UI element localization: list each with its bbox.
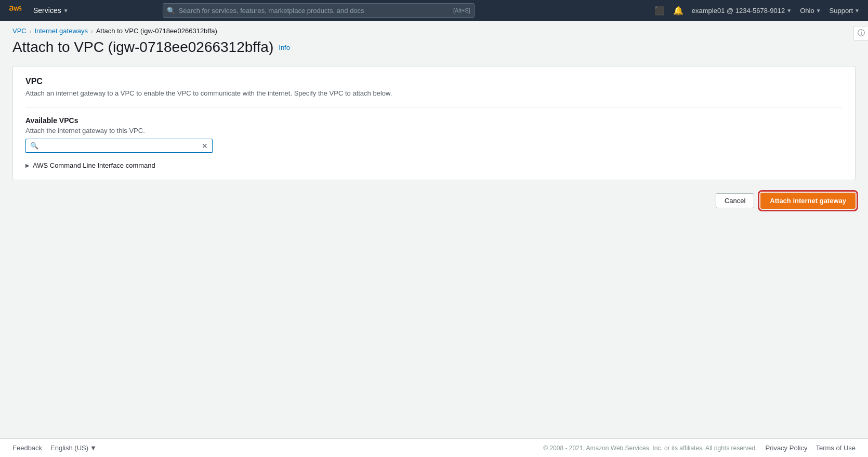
- breadcrumb-gateways[interactable]: Internet gateways: [34, 27, 88, 35]
- language-label: English (US): [50, 444, 88, 452]
- nav-right: ⬛ 🔔 example01 @ 1234-5678-9012 ▼ Ohio ▼ …: [654, 6, 860, 16]
- services-label: Services: [33, 6, 61, 15]
- action-bar: Cancel Attach internet gateway: [12, 193, 856, 209]
- support-menu[interactable]: Support ▼: [830, 7, 860, 15]
- vpc-clear-button[interactable]: ✕: [198, 142, 212, 150]
- breadcrumb: VPC › Internet gateways › Attach to VPC …: [0, 21, 868, 39]
- page-title-area: Attach to VPC (igw-0718ee0266312bffa) In…: [0, 39, 868, 66]
- search-shortcut: [Alt+S]: [453, 7, 470, 14]
- language-selector[interactable]: English (US) ▼: [50, 444, 97, 452]
- form-card: VPC Attach an internet gateway to a VPC …: [12, 66, 856, 180]
- info-link[interactable]: Info: [279, 44, 290, 51]
- breadcrumb-sep-2: ›: [91, 28, 93, 34]
- bell-icon[interactable]: 🔔: [673, 6, 683, 16]
- help-icon[interactable]: ⓘ: [853, 26, 868, 41]
- page-title: Attach to VPC (igw-0718ee0266312bffa): [12, 39, 273, 56]
- section-title: VPC: [25, 77, 843, 86]
- breadcrumb-sep-1: ›: [30, 28, 32, 34]
- breadcrumb-vpc[interactable]: VPC: [12, 27, 27, 35]
- field-label: Available VPCs: [25, 116, 843, 125]
- account-menu[interactable]: example01 @ 1234-5678-9012 ▼: [692, 7, 792, 15]
- region-chevron-icon: ▼: [816, 8, 821, 14]
- cli-label: AWS Command Line Interface command: [33, 162, 155, 169]
- search-icon: 🔍: [167, 7, 175, 15]
- region-label: Ohio: [800, 7, 814, 15]
- attach-internet-gateway-button[interactable]: Attach internet gateway: [760, 193, 856, 209]
- top-nav: Services ▼ 🔍 [Alt+S] ⬛ 🔔 example01 @ 123…: [0, 0, 868, 21]
- support-chevron-icon: ▼: [854, 8, 860, 14]
- account-label: example01 @ 1234-5678-9012: [692, 7, 785, 15]
- search-input[interactable]: [163, 3, 475, 18]
- footer-left: Feedback English (US) ▼: [12, 444, 97, 452]
- divider: [25, 107, 843, 108]
- account-chevron-icon: ▼: [786, 8, 792, 14]
- footer-right: © 2008 - 2021, Amazon Web Services, Inc.…: [543, 444, 856, 452]
- language-chevron-icon: ▼: [90, 444, 97, 452]
- breadcrumb-current: Attach to VPC (igw-0718ee0266312bffa): [96, 27, 217, 35]
- cli-expand-icon: ▶: [25, 163, 30, 168]
- privacy-link[interactable]: Privacy Policy: [766, 444, 808, 452]
- aws-logo[interactable]: [8, 5, 25, 16]
- region-menu[interactable]: Ohio ▼: [800, 7, 821, 15]
- vpc-search-input[interactable]: vpc-066dcccf4d8026199: [43, 139, 198, 152]
- support-label: Support: [830, 7, 853, 15]
- cancel-button[interactable]: Cancel: [716, 193, 754, 208]
- content-wrap: VPC › Internet gateways › Attach to VPC …: [0, 21, 868, 438]
- vpc-search-icon: 🔍: [26, 142, 43, 150]
- section-desc: Attach an internet gateway to a VPC to e…: [25, 89, 843, 97]
- global-search: 🔍 [Alt+S]: [163, 3, 475, 18]
- cloud-shell-icon[interactable]: ⬛: [654, 6, 665, 16]
- terms-link[interactable]: Terms of Use: [816, 444, 856, 452]
- field-hint: Attach the internet gateway to this VPC.: [25, 127, 843, 135]
- copyright-text: © 2008 - 2021, Amazon Web Services, Inc.…: [543, 445, 757, 452]
- services-menu[interactable]: Services ▼: [33, 6, 69, 15]
- cli-toggle-button[interactable]: ▶ AWS Command Line Interface command: [25, 162, 155, 169]
- cli-section: ▶ AWS Command Line Interface command: [25, 162, 843, 169]
- footer: Feedback English (US) ▼ © 2008 - 2021, A…: [0, 438, 868, 457]
- services-chevron-icon: ▼: [63, 8, 69, 14]
- feedback-link[interactable]: Feedback: [12, 444, 42, 452]
- vpc-input-wrap: 🔍 vpc-066dcccf4d8026199 ✕: [25, 139, 213, 153]
